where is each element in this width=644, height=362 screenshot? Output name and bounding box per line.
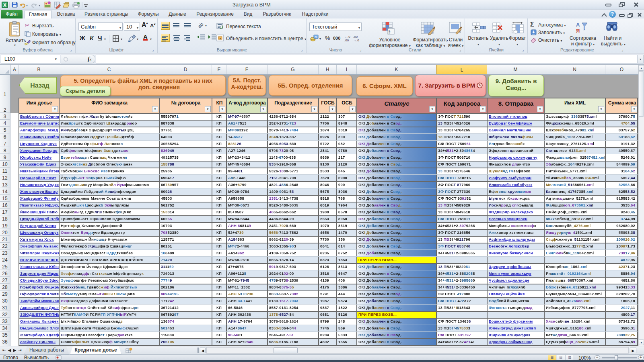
- svg-text:▾: ▾: [39, 4, 40, 7]
- svg-text:$: $: [315, 35, 317, 39]
- svg-text:≥: ≥: [389, 31, 391, 35]
- svg-text:А: А: [576, 22, 580, 28]
- svg-text:▾: ▾: [26, 4, 28, 7]
- svg-text:a: a: [220, 37, 221, 40]
- svg-text:Я: Я: [576, 28, 580, 34]
- svg-text:X: X: [3, 2, 6, 8]
